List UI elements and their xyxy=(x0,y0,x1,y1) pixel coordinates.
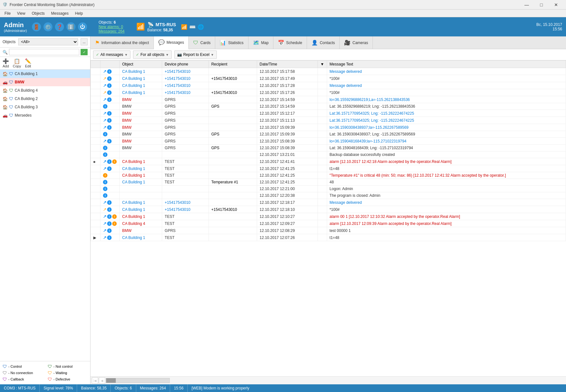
table-row[interactable]: !CA Building 1TEST12.10.2017 12:41:25"Te… xyxy=(91,172,566,179)
tab-statistics[interactable]: 📊 Statistics xyxy=(215,36,248,49)
table-row[interactable]: ↗iCA Building 1+1541754301012.10.2017 15… xyxy=(91,68,566,75)
row-object[interactable]: BMW xyxy=(120,138,162,145)
table-row[interactable]: ↗i!CA Building 4TEST12.10.2017 12:09:27a… xyxy=(91,220,566,227)
add-button[interactable]: ➕ Add xyxy=(3,58,9,68)
row-object[interactable]: BMW xyxy=(120,131,162,138)
tab-schedule[interactable]: 📅 Schedule xyxy=(273,36,307,49)
menu-objects[interactable]: Objects xyxy=(28,11,48,16)
filter-select[interactable]: <All> xyxy=(18,38,78,45)
list-item[interactable]: 🏠 🛡 CA Building 2 xyxy=(0,95,90,103)
table-row[interactable]: ↗i!CA Building 1TEST12.10.2017 12:41:41a… xyxy=(91,158,566,165)
row-object[interactable]: BMW xyxy=(120,227,162,234)
row-object[interactable]: CA Building 1 xyxy=(120,75,162,82)
power-icon[interactable]: ⏻ xyxy=(78,22,87,31)
table-row[interactable]: ▶↗iCA Building 1TEST12.10.2017 12:07:26t… xyxy=(91,234,566,241)
row-object[interactable]: CA Building 1 xyxy=(120,82,162,89)
table-row[interactable]: ↗iBMWGPRS12.10.2017 15:09:39lo=36.159030… xyxy=(91,124,566,131)
table-row[interactable]: ↗iBMWGPRS12.10.2017 15:12:17Lat:36.15717… xyxy=(91,110,566,117)
row-object[interactable]: CA Building 1 xyxy=(120,89,162,96)
list-item[interactable]: 🚗 🛡 BMW xyxy=(0,78,90,86)
table-row[interactable]: ↗iBMWGPRS12.10.2017 15:14:59lo=36.155929… xyxy=(91,96,566,103)
table-row[interactable]: ↗iBMWGPRS12.10.2017 15:08:39lo=36.159048… xyxy=(91,138,566,145)
new-alarms[interactable]: New alarms: 0 xyxy=(98,25,124,29)
copy-button[interactable]: 📋 Copy xyxy=(13,58,21,68)
row-object[interactable] xyxy=(120,192,162,199)
row-object[interactable]: CA Building 1 xyxy=(120,213,162,220)
list-item[interactable]: 🏠 🛡 CA Building 4 xyxy=(0,86,90,95)
row-object[interactable]: CA Building 1 xyxy=(120,158,162,165)
row-object[interactable]: BMW xyxy=(120,145,162,151)
table-row[interactable]: ↗iCA Building 1+15417543010+154175430101… xyxy=(91,75,566,82)
filter-more-btn[interactable]: ... xyxy=(81,38,88,45)
row-object[interactable] xyxy=(120,186,162,192)
row-object[interactable]: CA Building 1 xyxy=(120,199,162,206)
tab-map[interactable]: 🗺️ Map xyxy=(248,36,273,49)
col-sort[interactable]: ▼ xyxy=(318,61,327,68)
wifi-icon: 📡 xyxy=(147,22,154,28)
row-object[interactable]: CA Building 1 xyxy=(120,165,162,172)
row-message-text: Backup database successfully created xyxy=(327,151,566,158)
table-row[interactable]: ↗iCA Building 1+15417543010+154175430101… xyxy=(91,89,566,96)
row-object[interactable]: CA Building 1 xyxy=(120,172,162,179)
nav-first-btn[interactable]: |◀ xyxy=(92,377,98,384)
table-row[interactable]: ↗iBMWGPRS12.10.2017 12:08:29test 00000 1 xyxy=(91,227,566,234)
menu-file[interactable]: File xyxy=(1,11,14,16)
row-sort-col xyxy=(318,151,327,158)
table-row[interactable]: ↗iCA Building 1TEST12.10.2017 12:41:25t1… xyxy=(91,165,566,172)
report-excel-btn[interactable]: 📷 Report to Excel ▼ xyxy=(174,50,217,59)
table-row[interactable]: ↗iCA Building 1+1541754301012.10.2017 12… xyxy=(91,199,566,206)
search-input[interactable] xyxy=(9,49,79,55)
messages-count[interactable]: Messages: 264 xyxy=(98,29,124,34)
table-row[interactable]: ↗iCA Building 1+1541754301012.10.2017 15… xyxy=(91,82,566,89)
row-object[interactable]: BMW xyxy=(120,103,162,110)
row-object[interactable]: CA Building 1 xyxy=(120,206,162,213)
tab-contacts[interactable]: 👤 Contacts xyxy=(307,36,340,49)
for-all-objects-btn[interactable]: ✓ For all objects ▼ xyxy=(133,50,172,59)
table-row[interactable]: iCA Building 1TESTTemperature #112.10.20… xyxy=(91,179,566,186)
row-object[interactable]: CA Building 4 xyxy=(120,220,162,227)
scrollbar-track[interactable] xyxy=(106,378,170,383)
search-go-btn[interactable]: ✓ xyxy=(81,49,88,55)
table-row[interactable]: i12.10.2017 13:21:01Backup database succ… xyxy=(91,151,566,158)
table-row[interactable]: i12.10.2017 12:20:38The program is close… xyxy=(91,192,566,199)
list-item[interactable]: 🏠 🛡 CA Building 1 xyxy=(0,70,90,78)
signal-label: Signal level: 78% xyxy=(43,386,73,390)
row-object[interactable]: CA Building 1 xyxy=(120,68,162,75)
row-object[interactable]: BMW xyxy=(120,124,162,131)
row-object[interactable]: CA Building 1 xyxy=(120,179,162,186)
table-row[interactable]: iBMWGPRSGPS12.10.2017 15:14:59Lat: 36.15… xyxy=(91,103,566,110)
tab-cards[interactable]: 🛡 Cards xyxy=(189,36,215,49)
menu-view[interactable]: View xyxy=(14,11,28,16)
info-header-icon[interactable]: ℹ️ xyxy=(67,22,75,31)
table-row[interactable]: iBMWGPRSGPS12.10.2017 15:09:39Lat: 36.15… xyxy=(91,131,566,138)
table-row[interactable]: ↗i!CA Building 1TEST12.10.2017 12:10:27a… xyxy=(91,213,566,220)
restore-button[interactable]: □ xyxy=(534,0,549,10)
help-icon[interactable]: ❓ xyxy=(55,22,64,31)
menu-messages[interactable]: Messages xyxy=(48,11,72,16)
row-object[interactable]: CA Building 1 xyxy=(120,234,162,241)
list-item[interactable]: 🚗 🛡 Mersedes xyxy=(0,111,90,119)
row-object[interactable]: BMW xyxy=(120,110,162,117)
table-row[interactable]: ↗iBMWGPRS12.10.2017 15:11:13Lat:36.15717… xyxy=(91,117,566,124)
close-button[interactable]: ✕ xyxy=(549,0,563,10)
table-row[interactable]: ↗iCA Building 1+15417543010+154175430101… xyxy=(91,206,566,213)
minimize-button[interactable]: — xyxy=(519,0,534,10)
all-messages-btn[interactable]: ✓ All messages ▼ xyxy=(93,50,130,59)
nav-prev-btn[interactable]: ◀ xyxy=(99,377,105,384)
row-object[interactable]: BMW xyxy=(120,117,162,124)
scrollbar-thumb[interactable] xyxy=(106,378,116,383)
tab-info[interactable]: ⚑ Information about the object xyxy=(90,36,154,49)
settings-icon[interactable]: ⚙️ xyxy=(43,22,52,31)
row-object[interactable] xyxy=(120,151,162,158)
row-object[interactable]: BMW xyxy=(120,96,162,103)
tab-cameras[interactable]: 🎥 Cameras xyxy=(340,36,373,49)
messages-table-container[interactable]: Object Device phone Recipient Date/Time … xyxy=(90,60,566,376)
edit-button[interactable]: ✏️ Edit xyxy=(25,58,31,68)
tab-messages[interactable]: 💬 Messages xyxy=(154,36,189,49)
table-row[interactable]: i12.10.2017 12:21:00Logon: Admin xyxy=(91,186,566,192)
table-row[interactable]: iBMWGPRSGPS12.10.2017 15:08:39Lat: 36.15… xyxy=(91,145,566,151)
list-item[interactable]: 🏠 🛡 CA Building 3 xyxy=(0,103,90,111)
logout-icon[interactable]: 🚪 xyxy=(32,22,41,31)
menu-help[interactable]: Help xyxy=(72,11,86,16)
sidebar-actions: ➕ Add 📋 Copy ✏️ Edit xyxy=(0,57,90,70)
